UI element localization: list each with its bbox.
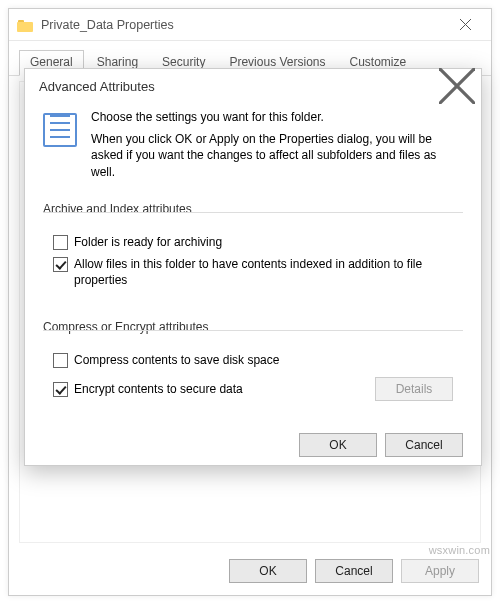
- index-checkbox-label: Allow files in this folder to have conte…: [74, 256, 453, 288]
- close-icon: [439, 68, 475, 104]
- advanced-attributes-dialog: Advanced Attributes Choose the settings …: [24, 68, 482, 466]
- encrypt-checkbox-row[interactable]: Encrypt contents to secure data: [53, 381, 365, 397]
- intro-line-1: Choose the settings you want for this fo…: [91, 109, 463, 125]
- compress-checkbox-label: Compress contents to save disk space: [74, 352, 279, 368]
- parent-close-button[interactable]: [445, 11, 485, 39]
- archive-checkbox-row[interactable]: Folder is ready for archiving: [53, 234, 453, 250]
- child-button-row: OK Cancel: [43, 433, 463, 457]
- compress-checkbox-row[interactable]: Compress contents to save disk space: [53, 352, 453, 368]
- archive-group-label: Archive and Index attributes: [43, 202, 463, 216]
- archive-group: Folder is ready for archiving Allow file…: [43, 218, 463, 307]
- parent-window-title: Private_Data Properties: [41, 18, 445, 32]
- child-ok-button[interactable]: OK: [299, 433, 377, 457]
- index-checkbox-row[interactable]: Allow files in this folder to have conte…: [53, 256, 453, 288]
- child-titlebar: Advanced Attributes: [25, 69, 481, 103]
- compress-group: Compress contents to save disk space Enc…: [43, 336, 463, 414]
- encrypt-checkbox-label: Encrypt contents to secure data: [74, 381, 243, 397]
- parent-cancel-button[interactable]: Cancel: [315, 559, 393, 583]
- parent-button-row: OK Cancel Apply: [229, 559, 479, 583]
- details-button[interactable]: Details: [375, 377, 453, 401]
- watermark-text: wsxwin.com: [429, 544, 490, 556]
- index-checkbox[interactable]: [53, 257, 68, 272]
- encrypt-checkbox[interactable]: [53, 382, 68, 397]
- close-icon: [460, 19, 471, 30]
- child-close-button[interactable]: [439, 68, 475, 104]
- compress-group-label: Compress or Encrypt attributes: [43, 320, 463, 334]
- child-cancel-button[interactable]: Cancel: [385, 433, 463, 457]
- archive-checkbox[interactable]: [53, 235, 68, 250]
- parent-apply-button[interactable]: Apply: [401, 559, 479, 583]
- intro-text: Choose the settings you want for this fo…: [91, 109, 463, 186]
- intro-row: Choose the settings you want for this fo…: [43, 109, 463, 186]
- intro-line-2: When you click OK or Apply on the Proper…: [91, 131, 463, 180]
- parent-ok-button[interactable]: OK: [229, 559, 307, 583]
- folder-icon: [17, 17, 33, 33]
- compress-checkbox[interactable]: [53, 353, 68, 368]
- child-body: Choose the settings you want for this fo…: [25, 103, 481, 471]
- parent-titlebar: Private_Data Properties: [9, 9, 491, 41]
- child-window-title: Advanced Attributes: [39, 79, 439, 94]
- attributes-list-icon: [43, 113, 77, 147]
- archive-checkbox-label: Folder is ready for archiving: [74, 234, 222, 250]
